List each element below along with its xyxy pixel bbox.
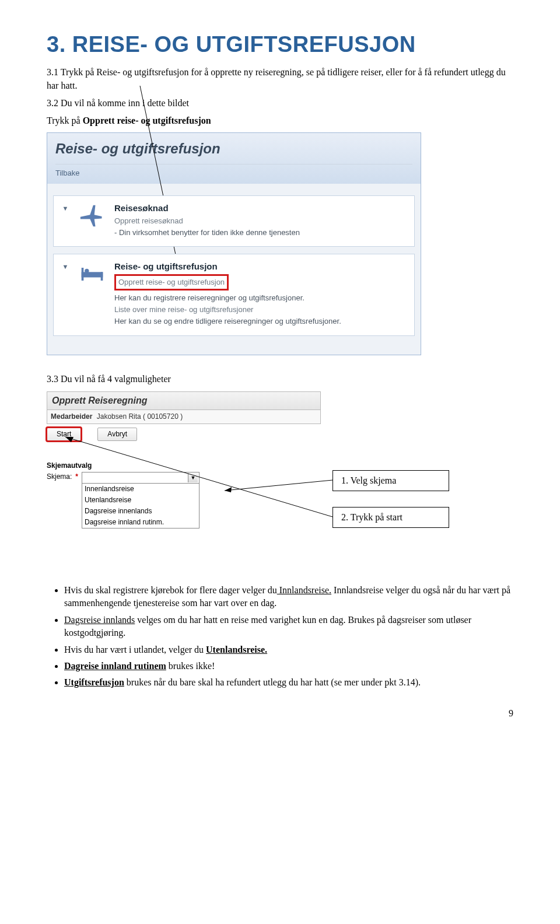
skjema-option[interactable]: Innenlandsreise bbox=[82, 484, 199, 495]
bed-icon bbox=[78, 260, 106, 288]
airplane-icon bbox=[78, 202, 106, 230]
bullet-1-text-a: Hvis du skal registrere kjørebok for fle… bbox=[64, 585, 277, 595]
medarbeider-label: Medarbeider bbox=[51, 412, 92, 421]
para-3-1: 3.1 Trykk på Reise- og utgiftsrefusjon f… bbox=[47, 66, 513, 92]
avbryt-button[interactable]: Avbryt bbox=[97, 428, 137, 441]
skjema-option[interactable]: Dagsreise innenlands bbox=[82, 506, 199, 517]
svg-rect-3 bbox=[82, 268, 84, 281]
block-reise-utgift: ▼ Reise- og utgiftsrefusjon Opprett reis… bbox=[53, 254, 415, 336]
chevron-down-icon[interactable]: ▼ bbox=[188, 473, 198, 483]
panel-title: Reise- og utgiftsrefusjon bbox=[55, 139, 412, 159]
medarbeider-value: Jakobsen Rita ( 00105720 ) bbox=[97, 412, 183, 421]
svg-rect-4 bbox=[101, 272, 103, 281]
screenshot-2: Opprett Reiseregning Medarbeider Jakobse… bbox=[47, 391, 513, 566]
bullet-1-underline: Innlandsreise. bbox=[277, 585, 331, 595]
bullet-3-underline: Utenlandsreise. bbox=[206, 645, 267, 654]
svg-point-5 bbox=[85, 269, 89, 273]
back-link[interactable]: Tilbake bbox=[55, 164, 412, 180]
bullet-list: Hvis du skal registrere kjørebok for fle… bbox=[47, 584, 513, 690]
skjemautvalg-label: Skjemautvalg bbox=[47, 461, 245, 471]
block1-title: Reisesøknad bbox=[114, 202, 407, 214]
section-heading: 3. REISE- OG UTGIFTSREFUSJON bbox=[47, 29, 513, 60]
bullet-1: Hvis du skal registrere kjørebok for fle… bbox=[64, 584, 513, 610]
block2-desc1: Her kan du registrere reiseregninger og … bbox=[114, 293, 407, 303]
block1-desc: - Din virksomhet benytter for tiden ikke… bbox=[114, 228, 407, 238]
step-1-box: 1. Velg skjema bbox=[332, 470, 449, 491]
opprett-bold: Opprett reise- og utgiftsrefusjon bbox=[83, 116, 211, 125]
para-3-3: 3.3 Du vil nå få 4 valgmuligheter bbox=[47, 373, 513, 386]
skjema-field-label: Skjema: bbox=[47, 472, 72, 482]
para-3-2-a: 3.2 Du vil nå komme inn i dette bildet bbox=[47, 97, 513, 110]
bullet-2-underline: Dagsreise innlands bbox=[64, 615, 135, 625]
chevron-down-icon[interactable]: ▼ bbox=[61, 202, 70, 213]
bullet-5: Utgiftsrefusjon brukes når du bare skal … bbox=[64, 676, 513, 689]
page-number: 9 bbox=[47, 707, 513, 720]
bullet-5-underline: Utgiftsrefusjon bbox=[64, 677, 124, 687]
chevron-down-icon[interactable]: ▼ bbox=[61, 260, 70, 271]
skjema-option[interactable]: Dagsreise innland rutinm. bbox=[82, 517, 199, 528]
para-3-2-b-pre: Trykk på bbox=[47, 116, 83, 125]
step-2-box: 2. Trykk på start bbox=[332, 507, 449, 528]
skjema-select[interactable]: ▼ Innenlandsreise Utenlandsreise Dagsrei… bbox=[82, 472, 200, 528]
dialog-title: Opprett Reiseregning bbox=[47, 391, 321, 410]
svg-rect-2 bbox=[82, 272, 103, 277]
bullet-2: Dagsreise innlands velges om du har hatt… bbox=[64, 614, 513, 640]
skjema-option[interactable]: Utenlandsreise bbox=[82, 495, 199, 506]
highlight-opprett: Opprett reise- og utgiftsrefusjon bbox=[114, 274, 229, 290]
bullet-4: Dagreise innland rutinem brukes ikke! bbox=[64, 660, 513, 673]
block2-desc2: Her kan du se og endre tidligere reisere… bbox=[114, 316, 407, 327]
medarbeider-row: Medarbeider Jakobsen Rita ( 00105720 ) bbox=[47, 410, 321, 424]
bullet-5-text: brukes når du bare skal ha refundert utl… bbox=[124, 677, 421, 687]
block1-link[interactable]: Opprett reisesøknad bbox=[114, 216, 407, 226]
block2-link2[interactable]: Liste over mine reise- og utgiftsrefusjo… bbox=[114, 304, 407, 315]
block2-title: Reise- og utgiftsrefusjon bbox=[114, 260, 407, 272]
bullet-4-text: brukes ikke! bbox=[166, 661, 215, 671]
bullet-3-text: Hvis du har vært i utlandet, velger du bbox=[64, 645, 206, 654]
block2-link1[interactable]: Opprett reise- og utgiftsrefusjon bbox=[118, 277, 225, 288]
bullet-4-underline: Dagreise innland rutinem bbox=[64, 661, 166, 671]
required-star-icon: * bbox=[75, 472, 78, 482]
bullet-3: Hvis du har vært i utlandet, velger du U… bbox=[64, 643, 513, 656]
block-reisesoknad: ▼ Reisesøknad Opprett reisesøknad - Din … bbox=[53, 195, 415, 247]
start-button[interactable]: Start bbox=[47, 428, 81, 441]
screenshot-1: Reise- og utgiftsrefusjon Tilbake ▼ Reis… bbox=[47, 132, 513, 355]
para-3-2-b: Trykk på Opprett reise- og utgiftsrefusj… bbox=[47, 114, 513, 127]
